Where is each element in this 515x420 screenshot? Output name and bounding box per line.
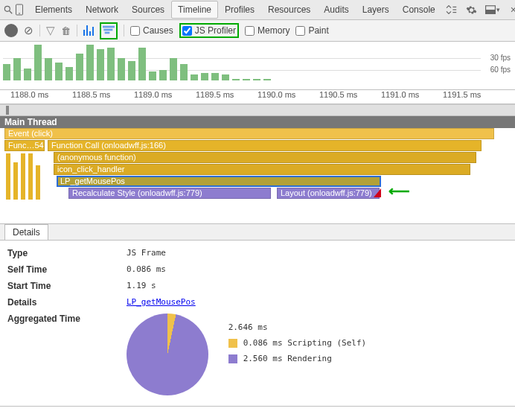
details-link[interactable]: LP_getMousePos — [127, 297, 196, 307]
svg-rect-8 — [485, 10, 495, 14]
aggtime-pie — [127, 314, 208, 395]
bars-view-icon[interactable] — [83, 25, 94, 36]
frame-layout[interactable]: Layout (onloadwff.js:779) — [277, 188, 380, 199]
record-button[interactable] — [4, 24, 18, 37]
legend-scripting: 0.086 ms Scripting (Self) — [243, 338, 367, 348]
frame-handler[interactable]: icon_click_handler — [54, 164, 470, 175]
legend-swatch-scripting — [228, 339, 237, 348]
frame-lp-getmousepos[interactable]: LP_getMousePos — [57, 176, 381, 187]
ruler-tick: 1189.5 ms — [196, 90, 258, 104]
tab-elements[interactable]: Elements — [28, 1, 79, 19]
details-tab[interactable]: Details — [4, 224, 48, 240]
tab-audits[interactable]: Audits — [317, 1, 355, 19]
starttime-label: Start Time — [7, 281, 119, 291]
ruler-tick: 1188.0 ms — [10, 90, 72, 104]
svg-rect-10 — [103, 28, 112, 31]
svg-point-0 — [4, 6, 10, 11]
flame-view-button[interactable] — [100, 22, 118, 39]
starttime-value: 1.19 s — [127, 281, 508, 291]
ruler-tick: 1191.5 ms — [443, 90, 505, 104]
ruler-tick: 1190.0 ms — [258, 90, 319, 104]
tab-timeline[interactable]: Timeline — [171, 1, 218, 19]
legend-rendering: 2.560 ms Rendering — [243, 354, 332, 363]
type-value: JS Frame — [127, 248, 508, 258]
causes-checkbox[interactable]: Causes — [130, 25, 173, 36]
tab-sources[interactable]: Sources — [125, 1, 171, 19]
gear-icon[interactable] — [464, 2, 479, 17]
flame-chart[interactable]: Main Thread Event (click) Func…54) Funct… — [0, 116, 515, 224]
trash-icon[interactable]: 🗑 — [61, 25, 71, 36]
svg-rect-9 — [103, 25, 115, 28]
flame-leftstrips — [6, 153, 40, 200]
aggtime-label: Aggregated Time — [7, 314, 119, 324]
fps30-label: 30 fps — [490, 54, 511, 62]
time-ruler[interactable]: 1188.0 ms1188.5 ms1189.0 ms1189.5 ms1190… — [0, 90, 515, 104]
dock-icon[interactable]: ▾ — [485, 2, 500, 17]
js-profiler-label: JS Profiler — [195, 25, 236, 36]
ruler-tick: 1191.0 ms — [381, 90, 443, 104]
search-icon[interactable] — [3, 2, 13, 17]
thread-label: Main Thread — [0, 116, 515, 128]
drawer-icon[interactable] — [444, 2, 458, 17]
memory-label: Memory — [258, 25, 290, 36]
tab-resources[interactable]: Resources — [261, 1, 317, 19]
paint-label: Paint — [308, 25, 328, 36]
tab-profiles[interactable]: Profiles — [218, 1, 261, 19]
causes-label: Causes — [143, 25, 173, 36]
tab-console[interactable]: Console — [396, 1, 442, 19]
selftime-label: Self Time — [7, 264, 119, 275]
warning-triangle-icon — [374, 188, 381, 197]
frame-func54[interactable]: Func…54) — [4, 140, 45, 151]
type-label: Type — [7, 248, 119, 258]
details-label: Details — [7, 297, 119, 308]
js-profiler-checkbox[interactable]: JS Profiler — [179, 23, 239, 38]
frame-recalc-style[interactable]: Recalculate Style (onloadwff.js:779) — [68, 188, 271, 199]
clear-icon[interactable]: ⊘ — [24, 24, 33, 37]
svg-line-1 — [10, 11, 13, 14]
overview-chart[interactable]: 30 fps 60 fps — [0, 42, 515, 90]
frame-anon[interactable]: (anonymous function) — [54, 152, 476, 163]
filter-icon[interactable]: ▽ — [46, 24, 55, 37]
svg-rect-11 — [105, 31, 110, 34]
device-icon[interactable] — [15, 2, 24, 17]
legend-total: 2.646 ms — [228, 322, 268, 332]
panel-tabs[interactable]: Elements Network Sources Timeline Profil… — [28, 1, 442, 19]
frame-function-call[interactable]: Function Call (onloadwff.js:166) — [48, 140, 482, 151]
frame-event-click[interactable]: Event (click) — [4, 128, 494, 139]
ruler-tick: 1189.0 ms — [134, 90, 196, 104]
memory-checkbox[interactable]: Memory — [245, 25, 290, 36]
ruler-tick: 1188.5 ms — [72, 90, 134, 104]
annotation-arrow-icon: ⟵ — [388, 182, 410, 200]
fps60-label: 60 fps — [490, 66, 511, 74]
aggtime-legend: 2.646 ms 0.086 ms Scripting (Self) 2.560… — [228, 314, 367, 369]
tab-layers[interactable]: Layers — [356, 1, 396, 19]
ruler-tick: 1190.5 ms — [319, 90, 381, 104]
close-icon[interactable]: × — [506, 2, 515, 17]
paint-checkbox[interactable]: Paint — [295, 25, 328, 36]
selftime-value: 0.086 ms — [127, 264, 508, 275]
legend-swatch-rendering — [228, 354, 237, 363]
tab-network[interactable]: Network — [79, 1, 125, 19]
selection-strip[interactable] — [0, 104, 515, 116]
